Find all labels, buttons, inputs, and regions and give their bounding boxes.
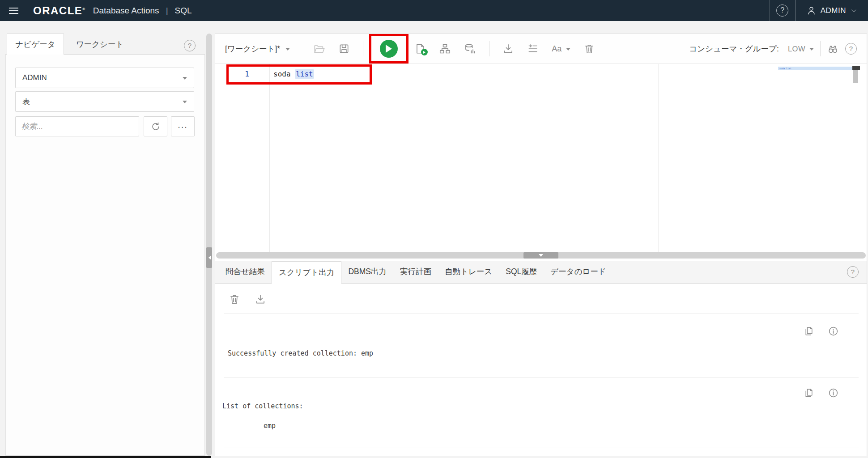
- sql-editor[interactable]: 1 soda list soda list: [215, 64, 867, 252]
- horizontal-splitter[interactable]: [216, 252, 866, 259]
- format-button[interactable]: [527, 43, 539, 55]
- help-icon: ?: [776, 4, 788, 17]
- editor-scrollbar-thumb[interactable]: [853, 70, 858, 83]
- statement-info-button[interactable]: [828, 387, 839, 399]
- run-statement-button[interactable]: [380, 40, 398, 58]
- chevron-down-icon: [850, 7, 857, 14]
- find-button[interactable]: [827, 43, 839, 55]
- more-options-button[interactable]: ...: [171, 116, 195, 136]
- trash-icon: [229, 293, 240, 305]
- top-header: ORACLE® Database Actions | SQL ? ADMIN: [0, 0, 868, 21]
- object-type-select[interactable]: 表: [15, 91, 194, 112]
- vertical-splitter[interactable]: [206, 34, 212, 456]
- open-folder-icon: [313, 43, 325, 55]
- output-divider: [224, 448, 859, 448]
- output-block-actions: [803, 387, 839, 399]
- info-icon: [828, 387, 839, 399]
- editor-overview-ruler: [852, 66, 860, 70]
- format-indent-icon: [527, 43, 539, 55]
- download-output-button[interactable]: [255, 293, 266, 305]
- copy-output-button[interactable]: [803, 326, 814, 337]
- header-help-button[interactable]: ?: [770, 0, 795, 21]
- save-icon: [338, 43, 350, 55]
- schema-select[interactable]: ADMIN: [15, 68, 194, 88]
- explain-plan-button[interactable]: [439, 43, 451, 55]
- play-icon: [386, 45, 396, 53]
- results-help-icon[interactable]: ?: [847, 266, 859, 278]
- save-button[interactable]: [338, 43, 350, 55]
- toolbar-divider: [820, 41, 821, 56]
- refresh-icon: [150, 121, 161, 132]
- sidebar-help-icon[interactable]: ?: [184, 40, 196, 51]
- tab-data-load[interactable]: データのロード: [544, 261, 613, 283]
- caret-down-icon: [285, 48, 290, 53]
- autotrace-button[interactable]: [464, 43, 476, 55]
- explain-plan-icon: [439, 43, 451, 55]
- script-output-panel: Successfully created collection: emp Lis…: [215, 284, 867, 456]
- user-name: ADMIN: [821, 6, 846, 15]
- splitter-collapse-handle[interactable]: [523, 252, 558, 259]
- statement-info-button[interactable]: [828, 326, 839, 337]
- editor-ruler-line: [658, 64, 659, 252]
- bottom-statusbar-edge: [0, 456, 211, 458]
- trash-icon: [583, 43, 595, 55]
- tab-dbms-output[interactable]: DBMS出力: [341, 261, 393, 283]
- output-line: Successfully created collection: emp: [228, 349, 373, 357]
- editor-minimap[interactable]: soda list: [778, 67, 852, 70]
- tab-script-output[interactable]: スクリプト出力: [272, 261, 342, 284]
- toolbar-divider: [489, 41, 489, 56]
- worksheet-panel: [ワークシート]*: [215, 34, 867, 456]
- editor-gutter: [215, 64, 270, 252]
- output-line: emp: [264, 422, 276, 430]
- output-line: List of collections:: [222, 402, 303, 410]
- worksheet-help-icon[interactable]: ?: [845, 43, 857, 55]
- refresh-button[interactable]: [144, 116, 167, 136]
- collapse-left-icon: [206, 255, 211, 260]
- download-icon: [255, 293, 266, 305]
- download-icon: [502, 43, 514, 55]
- sidebar-tab-navigator[interactable]: ナビゲータ: [7, 34, 64, 55]
- results-tabbar: 問合せ結果 スクリプト出力 DBMS出力 実行計画 自動トレース SQL履歴 デ…: [215, 261, 867, 284]
- editor-line-1[interactable]: 1 soda list: [215, 66, 867, 81]
- tab-query-result[interactable]: 問合せ結果: [219, 261, 272, 283]
- consumer-group-dropdown[interactable]: LOW: [788, 45, 814, 53]
- code-token-soda: soda: [273, 70, 295, 78]
- script-play-badge-icon: [421, 49, 428, 55]
- title-separator: |: [166, 6, 168, 16]
- download-button[interactable]: [502, 43, 514, 55]
- clear-output-button[interactable]: [229, 293, 240, 305]
- worksheet-toolbar: [ワークシート]*: [215, 34, 867, 64]
- module-title: SQL: [175, 6, 192, 16]
- open-file-button[interactable]: [313, 43, 325, 55]
- hamburger-menu-icon[interactable]: [0, 0, 27, 21]
- tab-autotrace[interactable]: 自動トレース: [438, 261, 499, 283]
- code-token-list: list: [295, 69, 314, 79]
- info-icon: [828, 326, 839, 337]
- caret-down-icon: [183, 77, 187, 82]
- app-title: Database Actions: [93, 6, 159, 16]
- user-menu[interactable]: ADMIN: [796, 0, 868, 21]
- font-size-dropdown[interactable]: Aa: [552, 44, 570, 54]
- oracle-logo: ORACLE®: [33, 4, 86, 17]
- caret-down-icon: [809, 48, 814, 53]
- run-script-button[interactable]: [414, 43, 426, 55]
- clear-worksheet-button[interactable]: [583, 43, 595, 55]
- navigator-panel: ADMIN 表 ...: [5, 54, 205, 456]
- binoculars-icon: [827, 43, 839, 55]
- sidebar-tab-worksheet[interactable]: ワークシート: [64, 34, 136, 55]
- collapse-down-icon: [539, 254, 543, 259]
- copy-icon: [803, 326, 814, 337]
- splitter-collapse-handle[interactable]: [206, 247, 212, 268]
- ellipsis-icon: ...: [178, 123, 188, 131]
- copy-output-button[interactable]: [803, 387, 814, 399]
- output-divider: [224, 314, 859, 314]
- tab-explain-plan[interactable]: 実行計画: [393, 261, 438, 283]
- caret-down-icon: [183, 101, 187, 106]
- search-input[interactable]: [15, 116, 139, 136]
- output-block-actions: [803, 326, 839, 337]
- worksheet-title-dropdown[interactable]: [ワークシート]*: [225, 43, 290, 54]
- tab-sql-history[interactable]: SQL履歴: [499, 261, 544, 283]
- line-number: 1: [215, 70, 270, 78]
- output-divider: [224, 377, 859, 377]
- caret-down-icon: [566, 48, 570, 53]
